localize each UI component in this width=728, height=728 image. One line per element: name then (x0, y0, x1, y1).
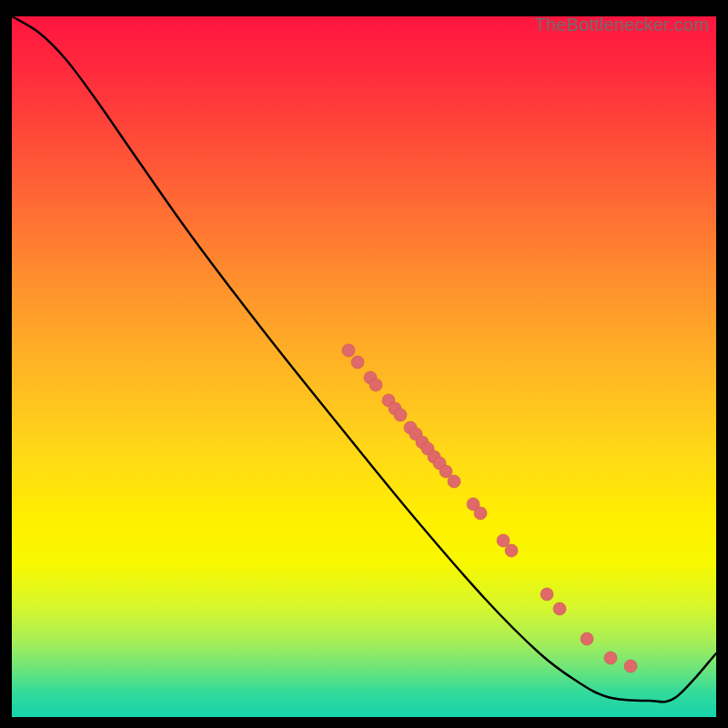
data-marker (505, 544, 518, 557)
data-marker (394, 409, 407, 421)
chart-frame: TheBottlenecker.com (12, 16, 716, 717)
data-marker (604, 652, 617, 664)
bottleneck-curve (12, 16, 716, 702)
data-marker (440, 465, 452, 478)
data-marker (351, 356, 364, 369)
watermark-text: TheBottlenecker.com (534, 15, 709, 35)
data-marker (342, 344, 355, 357)
data-marker (497, 534, 510, 547)
data-marker (448, 475, 460, 488)
data-marker (541, 588, 553, 601)
data-marker (369, 379, 382, 391)
data-marker (474, 507, 487, 520)
data-markers (342, 344, 637, 672)
data-marker (624, 660, 637, 672)
data-marker (553, 602, 566, 615)
chart-svg (12, 16, 716, 717)
data-marker (581, 632, 593, 645)
